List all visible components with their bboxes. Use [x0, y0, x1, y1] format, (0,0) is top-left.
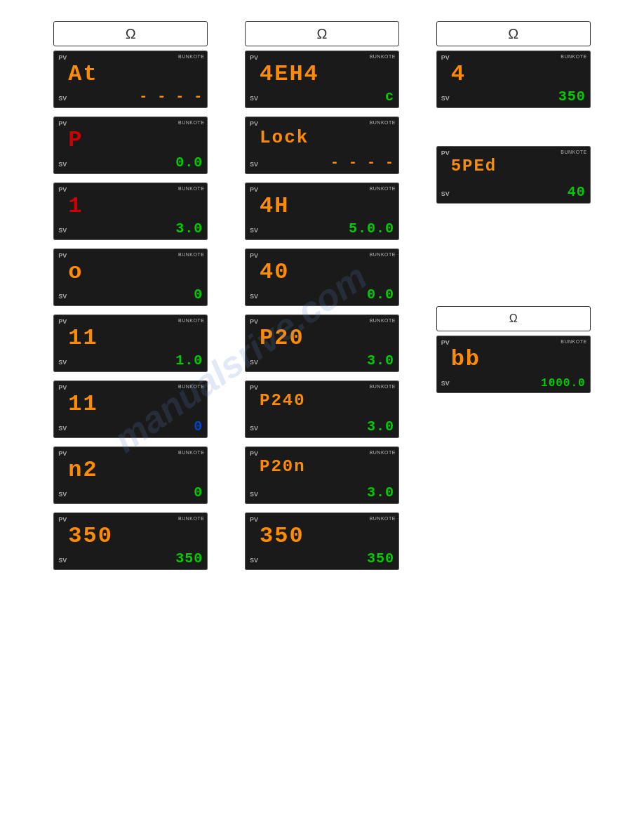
- display-1-4: PV BUNKOTE o SV 0: [53, 249, 208, 306]
- brand-1-8: BUNKOTE: [178, 516, 204, 521]
- pv-label-1-8: PV: [58, 516, 67, 523]
- pv-value-2-6: P240: [260, 391, 306, 410]
- screen-2-8: PV BUNKOTE 350 SV 350: [246, 513, 398, 569]
- omega-icon-2: Ω: [317, 26, 328, 42]
- brand-1-4: BUNKOTE: [178, 252, 204, 257]
- sv-value-1-7: 0: [194, 484, 203, 501]
- screen-2-1: PV BUNKOTE 4EH4 SV c: [246, 51, 398, 107]
- col2-header: Ω: [245, 21, 399, 46]
- spacer-3-1: [436, 117, 591, 142]
- display-2-2: PV BUNKOTE Lock SV - - - -: [245, 117, 399, 174]
- sv-value-2-3: 5.0.0: [349, 220, 394, 237]
- screen-1-6: PV BUNKOTE 11 SV 0: [54, 381, 207, 437]
- screen-2-3: PV BUNKOTE 4H SV 5.0.0: [246, 183, 398, 239]
- brand-1-1: BUNKOTE: [178, 54, 204, 59]
- brand-1-6: BUNKOTE: [178, 384, 204, 389]
- display-2-4: PV BUNKOTE 40 SV 0.0: [245, 249, 399, 306]
- brand-3-1: BUNKOTE: [561, 54, 586, 59]
- display-1-2: PV BUNKOTE P SV 0.0: [53, 117, 208, 174]
- sv-label-2-7: SV: [250, 491, 258, 498]
- screen-2-7: PV BUNKOTE P20n SV 3.0: [246, 447, 398, 503]
- brand-2-4: BUNKOTE: [370, 252, 396, 257]
- screen-2-5: PV BUNKOTE P20 SV 3.0: [246, 315, 398, 371]
- screen-1-4: PV BUNKOTE o SV 0: [54, 249, 207, 305]
- sv-value-2-2: - - - -: [330, 154, 394, 171]
- brand-2-8: BUNKOTE: [370, 516, 396, 521]
- pv-value-1-1: At: [68, 61, 98, 87]
- sv-value-1-4: 0: [194, 286, 203, 303]
- sv-value-2-8: 350: [367, 550, 394, 567]
- column-3: Ω PV BUNKOTE 4 SV 350 PV BUNKOTE 5PEd SV…: [417, 21, 609, 402]
- sv-value-2-1: c: [385, 88, 394, 105]
- brand-2-2: BUNKOTE: [370, 120, 396, 125]
- display-2-8: PV BUNKOTE 350 SV 350: [245, 512, 399, 570]
- pv-label-1-3: PV: [58, 186, 67, 193]
- sv-value-1-1: - - - -: [139, 88, 203, 105]
- page-content: Ω PV BUNKOTE At SV - - - - PV BUNKOTE P …: [0, 0, 644, 600]
- sv-label-3-3: SV: [441, 380, 450, 387]
- pv-label-2-3: PV: [250, 186, 258, 193]
- sv-label-3-2: SV: [441, 190, 450, 197]
- sv-value-1-5: 1.0: [175, 352, 203, 369]
- sv-label-1-4: SV: [58, 293, 67, 300]
- sv-value-3-3: 1000.0: [541, 377, 586, 390]
- col3-header2: Ω: [436, 306, 591, 331]
- sv-value-2-4: 0.0: [367, 286, 394, 303]
- pv-label-1-1: PV: [58, 54, 67, 61]
- sv-value-3-1: 350: [558, 88, 586, 105]
- display-2-3: PV BUNKOTE 4H SV 5.0.0: [245, 183, 399, 240]
- sv-label-2-1: SV: [250, 95, 258, 102]
- sv-label-2-4: SV: [250, 293, 258, 300]
- spacer-3-2: [436, 212, 591, 237]
- pv-value-3-1: 4: [451, 61, 466, 87]
- screen-2-4: PV BUNKOTE 40 SV 0.0: [246, 249, 398, 305]
- sv-value-1-2: 0.0: [175, 154, 203, 171]
- sv-label-1-7: SV: [58, 491, 67, 498]
- display-1-5: PV BUNKOTE 11 SV 1.0: [53, 315, 208, 372]
- display-2-6: PV BUNKOTE P240 SV 3.0: [245, 380, 399, 438]
- brand-3-3: BUNKOTE: [561, 339, 586, 344]
- sv-value-3-2: 40: [568, 184, 586, 200]
- sv-label-3-1: SV: [441, 95, 450, 102]
- screen-3-3: PV BUNKOTE bb SV 1000.0: [437, 336, 590, 392]
- pv-value-2-1: 4EH4: [260, 61, 319, 87]
- display-1-8: PV BUNKOTE 350 SV 350: [53, 512, 208, 570]
- display-2-5: PV BUNKOTE P20 SV 3.0: [245, 315, 399, 372]
- sv-value-1-8: 350: [175, 550, 203, 567]
- pv-value-2-8: 350: [260, 523, 304, 549]
- pv-label-2-4: PV: [250, 252, 258, 259]
- display-2-7: PV BUNKOTE P20n SV 3.0: [245, 446, 399, 504]
- display-1-3: PV BUNKOTE 1 SV 3.0: [53, 183, 208, 240]
- pv-value-3-3: bb: [451, 346, 481, 372]
- omega-icon-3: Ω: [508, 26, 518, 42]
- col3-header: Ω: [436, 21, 591, 46]
- pv-label-1-4: PV: [58, 252, 67, 259]
- sv-label-1-1: SV: [58, 95, 67, 102]
- spacer-3-3: [436, 241, 591, 267]
- sv-label-2-6: SV: [250, 425, 258, 432]
- screen-1-5: PV BUNKOTE 11 SV 1.0: [54, 315, 207, 371]
- sv-value-1-3: 3.0: [175, 220, 203, 237]
- screen-1-7: PV BUNKOTE n2 SV 0: [54, 447, 207, 503]
- brand-1-5: BUNKOTE: [178, 318, 204, 323]
- pv-label-1-6: PV: [58, 384, 67, 391]
- sv-label-1-6: SV: [58, 425, 67, 432]
- sv-value-1-6: 0: [194, 418, 203, 435]
- display-1-6: PV BUNKOTE 11 SV 0: [53, 380, 208, 438]
- omega-icon-1: Ω: [126, 26, 136, 42]
- pv-value-1-3: 1: [68, 193, 83, 219]
- sv-label-1-2: SV: [58, 161, 67, 168]
- pv-value-2-7: P20n: [260, 457, 306, 476]
- display-3-2: PV BUNKOTE 5PEd SV 40: [436, 146, 591, 204]
- sv-value-2-5: 3.0: [367, 352, 394, 369]
- pv-label-1-2: PV: [58, 120, 67, 127]
- sv-value-2-7: 3.0: [367, 484, 394, 501]
- pv-label-2-7: PV: [250, 450, 258, 457]
- pv-label-3-2: PV: [441, 150, 450, 157]
- sv-label-1-5: SV: [58, 359, 67, 366]
- display-1-1: PV BUNKOTE At SV - - - -: [53, 51, 208, 108]
- brand-1-2: BUNKOTE: [178, 120, 204, 125]
- brand-3-2: BUNKOTE: [561, 150, 586, 154]
- column-2: Ω PV BUNKOTE 4EH4 SV c PV BUNKOTE Lock S…: [227, 21, 418, 578]
- brand-2-7: BUNKOTE: [370, 450, 396, 455]
